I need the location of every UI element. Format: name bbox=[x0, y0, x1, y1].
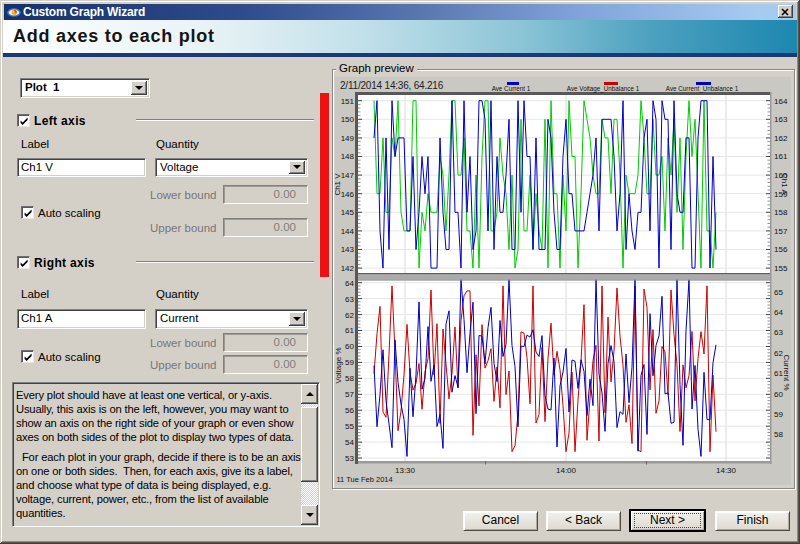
svg-text:64: 64 bbox=[774, 308, 783, 317]
svg-text:Ave Voltage_Unbalance 1: Ave Voltage_Unbalance 1 bbox=[567, 85, 640, 93]
svg-text:14:30: 14:30 bbox=[716, 466, 737, 475]
svg-text:61: 61 bbox=[345, 326, 354, 335]
svg-text:55: 55 bbox=[345, 422, 354, 431]
svg-text:157: 157 bbox=[774, 227, 788, 236]
svg-text:14:00: 14:00 bbox=[556, 466, 577, 475]
svg-text:64: 64 bbox=[345, 279, 354, 288]
svg-text:54: 54 bbox=[345, 438, 354, 447]
svg-text:155: 155 bbox=[774, 264, 788, 273]
svg-text:2/11/2014 14:36, 64.216: 2/11/2014 14:36, 64.216 bbox=[340, 80, 444, 91]
svg-text:11 Tue Feb 2014: 11 Tue Feb 2014 bbox=[337, 475, 393, 484]
svg-text:147: 147 bbox=[341, 171, 355, 180]
svg-text:65: 65 bbox=[774, 288, 783, 297]
svg-text:Ch1 A: Ch1 A bbox=[780, 173, 789, 195]
svg-text:Current %: Current % bbox=[782, 354, 791, 390]
svg-text:164: 164 bbox=[774, 97, 788, 106]
svg-text:59: 59 bbox=[345, 358, 354, 367]
svg-text:158: 158 bbox=[774, 208, 788, 217]
svg-text:53: 53 bbox=[345, 454, 354, 463]
svg-text:143: 143 bbox=[341, 245, 355, 254]
svg-text:58: 58 bbox=[774, 430, 783, 439]
svg-text:156: 156 bbox=[774, 245, 788, 254]
svg-text:Ch1 V: Ch1 V bbox=[335, 173, 342, 196]
svg-text:150: 150 bbox=[341, 115, 355, 124]
svg-text:Ave Current 1: Ave Current 1 bbox=[492, 85, 531, 92]
svg-text:163: 163 bbox=[774, 115, 788, 124]
svg-text:60: 60 bbox=[774, 390, 783, 399]
svg-text:142: 142 bbox=[341, 264, 355, 273]
svg-text:151: 151 bbox=[341, 97, 355, 106]
svg-text:145: 145 bbox=[341, 208, 355, 217]
svg-text:149: 149 bbox=[341, 134, 355, 143]
svg-text:Ave Current_Unbalance 1: Ave Current_Unbalance 1 bbox=[666, 85, 739, 93]
svg-text:63: 63 bbox=[345, 295, 354, 304]
svg-text:13:30: 13:30 bbox=[395, 466, 416, 475]
svg-text:59: 59 bbox=[774, 410, 783, 419]
svg-text:148: 148 bbox=[341, 152, 355, 161]
svg-text:63: 63 bbox=[774, 328, 783, 337]
svg-text:144: 144 bbox=[341, 227, 355, 236]
svg-text:146: 146 bbox=[341, 190, 355, 199]
svg-text:60: 60 bbox=[345, 342, 354, 351]
svg-text:57: 57 bbox=[345, 390, 354, 399]
svg-text:58: 58 bbox=[345, 374, 354, 383]
svg-text:56: 56 bbox=[345, 406, 354, 415]
svg-text:62: 62 bbox=[345, 311, 354, 320]
svg-text:162: 162 bbox=[774, 134, 788, 143]
svg-text:Voltage %: Voltage % bbox=[335, 347, 343, 383]
svg-text:161: 161 bbox=[774, 152, 788, 161]
